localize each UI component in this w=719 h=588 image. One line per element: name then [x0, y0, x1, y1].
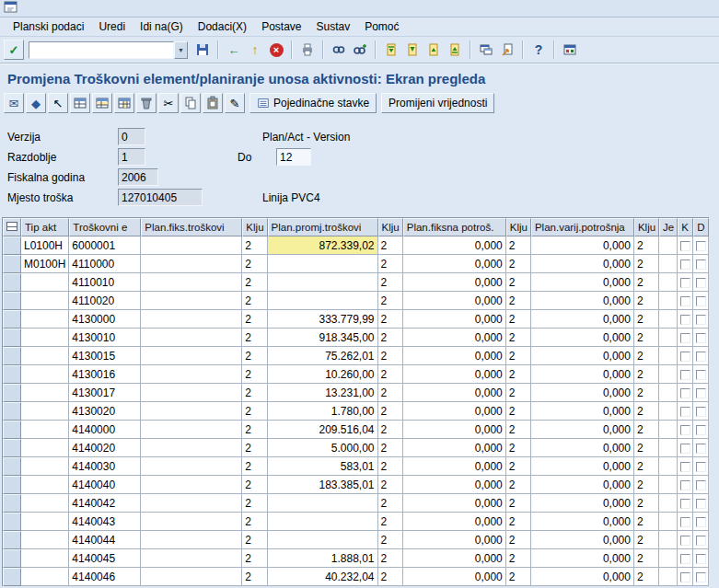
checkbox-cell[interactable] [693, 513, 709, 531]
cell-fpotr[interactable]: 0,000 [403, 236, 506, 255]
cell-k2[interactable]: 2 [378, 347, 403, 365]
cell-promj[interactable]: 918.345,00 [268, 329, 378, 347]
cell-fiks[interactable] [141, 329, 242, 347]
checkbox[interactable] [696, 315, 706, 325]
checkbox-cell[interactable] [693, 457, 709, 476]
cell-k2[interactable]: 2 [378, 329, 403, 347]
cell-elem[interactable]: 4110010 [69, 273, 141, 292]
cell-fpotr[interactable]: 0,000 [403, 568, 506, 586]
cell-k2[interactable]: 2 [378, 476, 403, 494]
cell-k4[interactable]: 2 [634, 513, 659, 531]
cell-fiks[interactable] [141, 402, 242, 421]
cell-je[interactable] [659, 402, 678, 421]
checkbox[interactable] [680, 499, 690, 509]
cell-vpotr[interactable]: 0,000 [531, 273, 634, 292]
cell-k1[interactable]: 2 [242, 457, 267, 476]
cell-k1[interactable]: 2 [242, 365, 267, 384]
column-header[interactable]: Plan.varij.potrošnja [531, 218, 634, 236]
razdoblje-field[interactable]: 1 [118, 148, 145, 166]
cell-k2[interactable]: 2 [378, 255, 403, 273]
cell-elem[interactable]: 4140020 [69, 439, 141, 457]
checkbox-cell[interactable] [678, 365, 693, 384]
checkbox[interactable] [696, 462, 706, 472]
checkbox[interactable] [680, 388, 690, 398]
cell-fiks[interactable] [141, 365, 242, 384]
save-button[interactable] [192, 40, 213, 60]
cell-k4[interactable]: 2 [634, 402, 659, 421]
column-header[interactable]: K [678, 218, 693, 236]
cell-elem[interactable]: 4140030 [69, 457, 141, 476]
cell-k3[interactable]: 2 [506, 236, 531, 255]
checkbox-cell[interactable] [693, 292, 709, 310]
cell-tip[interactable]: M0100H [21, 255, 69, 273]
row-selector[interactable] [3, 402, 21, 421]
do-field[interactable]: 12 [276, 148, 311, 166]
checkbox[interactable] [680, 444, 690, 454]
cell-k2[interactable]: 2 [378, 531, 403, 549]
cell-fpotr[interactable]: 0,000 [403, 292, 506, 310]
cell-elem[interactable]: 4110000 [69, 255, 141, 273]
checkbox-cell[interactable] [678, 531, 693, 549]
cell-promj[interactable]: 5.000,00 [268, 439, 378, 457]
cell-tip[interactable] [21, 549, 69, 568]
cell-vpotr[interactable]: 0,000 [531, 549, 634, 568]
back-button[interactable]: ← [224, 40, 244, 60]
column-header[interactable]: Plan.fiksna potroš. [403, 218, 506, 236]
valuate-button[interactable]: ◆ [26, 93, 46, 113]
cell-je[interactable] [659, 347, 678, 365]
checkbox-cell[interactable] [693, 531, 709, 549]
cell-fpotr[interactable]: 0,000 [403, 365, 506, 384]
cell-k4[interactable]: 2 [634, 273, 659, 292]
cell-k1[interactable]: 2 [242, 402, 267, 421]
cell-k3[interactable]: 2 [506, 292, 531, 310]
cell-k2[interactable]: 2 [378, 402, 403, 421]
cell-je[interactable] [659, 513, 678, 531]
checkbox-cell[interactable] [678, 439, 693, 457]
cell-k2[interactable]: 2 [378, 292, 403, 310]
cell-fiks[interactable] [141, 292, 242, 310]
cell-k4[interactable]: 2 [634, 347, 659, 365]
cell-k2[interactable]: 2 [378, 494, 403, 513]
send-button[interactable]: ✉ [4, 93, 24, 113]
checkbox[interactable] [696, 444, 706, 454]
checkbox-cell[interactable] [693, 329, 709, 347]
checkbox[interactable] [696, 407, 706, 417]
cell-k2[interactable]: 2 [378, 439, 403, 457]
checkbox-cell[interactable] [678, 513, 693, 531]
checkbox-cell[interactable] [693, 310, 709, 329]
cell-k4[interactable]: 2 [634, 457, 659, 476]
row-selector[interactable] [3, 494, 21, 513]
verzija-field[interactable]: 0 [118, 128, 145, 145]
cell-tip[interactable] [21, 292, 69, 310]
cell-tip[interactable] [21, 329, 69, 347]
cell-fpotr[interactable]: 0,000 [403, 439, 506, 457]
cell-je[interactable] [659, 531, 678, 549]
checkbox[interactable] [696, 536, 706, 546]
cell-k3[interactable]: 2 [506, 476, 531, 494]
checkbox[interactable] [696, 296, 706, 306]
cell-k4[interactable]: 2 [634, 365, 659, 384]
cell-elem[interactable]: 6000001 [69, 236, 141, 255]
cell-promj[interactable] [268, 255, 378, 273]
cell-k3[interactable]: 2 [506, 310, 531, 329]
checkbox-cell[interactable] [678, 273, 693, 292]
cell-fpotr[interactable]: 0,000 [403, 494, 506, 513]
cell-fpotr[interactable]: 0,000 [403, 310, 506, 329]
cell-promj[interactable]: 183.385,01 [268, 476, 378, 494]
cell-fpotr[interactable]: 0,000 [403, 402, 506, 421]
cell-vpotr[interactable]: 0,000 [531, 292, 634, 310]
new-session-button[interactable] [476, 40, 496, 60]
cell-k3[interactable]: 2 [506, 513, 531, 531]
checkbox[interactable] [696, 352, 706, 362]
checkbox-cell[interactable] [678, 329, 693, 347]
cell-vpotr[interactable]: 0,000 [531, 531, 634, 549]
cell-vpotr[interactable]: 0,000 [531, 439, 634, 457]
cell-je[interactable] [659, 273, 678, 292]
cell-k3[interactable]: 2 [506, 549, 531, 568]
select-button[interactable]: ↖ [48, 93, 68, 113]
cell-k4[interactable]: 2 [634, 236, 659, 255]
checkbox-cell[interactable] [678, 347, 693, 365]
cell-elem[interactable]: 4140043 [69, 513, 141, 531]
cell-fiks[interactable] [141, 273, 242, 292]
cut-button[interactable]: ✂ [158, 93, 179, 113]
